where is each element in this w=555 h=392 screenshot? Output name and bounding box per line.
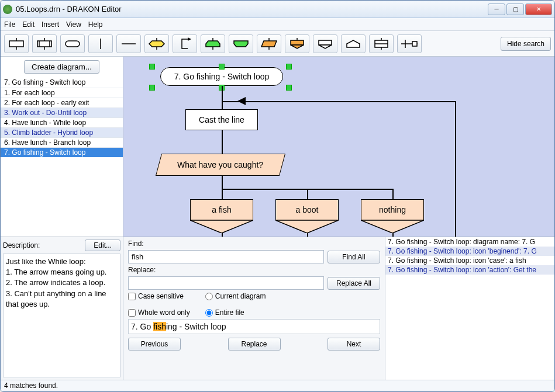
current-diagram-label: 7. Go fishing - Switch loop <box>1 77 123 88</box>
svg-rect-22 <box>291 40 304 45</box>
svg-marker-35 <box>237 97 246 105</box>
svg-marker-37 <box>275 220 339 233</box>
tool-action-icon[interactable] <box>4 34 29 53</box>
connector-line <box>222 101 456 102</box>
svg-marker-26 <box>319 45 332 48</box>
menu-file[interactable]: File <box>4 20 15 29</box>
tool-insertion-icon[interactable] <box>32 34 57 53</box>
close-button[interactable]: ✕ <box>525 4 552 15</box>
menu-insert[interactable]: Insert <box>42 20 59 29</box>
connector-line <box>222 233 223 237</box>
action-shape[interactable]: Cast the line <box>185 109 258 130</box>
selection-handle[interactable] <box>286 85 292 91</box>
svg-rect-25 <box>319 40 332 45</box>
result-item[interactable]: 7. Go fishing - Switch loop: diagram nam… <box>385 237 554 247</box>
arrowhead-icon <box>237 97 247 105</box>
svg-marker-19 <box>261 41 277 47</box>
entire-file-radio[interactable]: Entire file <box>205 308 266 317</box>
maximize-button[interactable]: ▢ <box>506 4 524 15</box>
svg-rect-34 <box>412 41 417 46</box>
edit-description-button[interactable]: Edit... <box>85 240 120 251</box>
replace-all-button[interactable]: Replace All <box>328 277 380 290</box>
svg-marker-23 <box>291 45 304 48</box>
canvas[interactable]: 7. Go fishing - Switch loop Cast the lin… <box>123 57 554 237</box>
connector-line <box>455 101 456 237</box>
case-shape[interactable]: a boot <box>275 199 339 233</box>
previous-button[interactable]: Previous <box>128 338 181 351</box>
diagram-list[interactable]: 1. For each loop 2. For each loop - earl… <box>1 88 123 237</box>
list-item[interactable]: 3. Work out - Do-Until loop <box>1 107 123 117</box>
selection-handle[interactable] <box>149 64 155 70</box>
main-row: Create diagram... 7. Go fishing - Switch… <box>1 57 554 237</box>
menu-view[interactable]: View <box>66 20 81 29</box>
case-sensitive-checkbox[interactable]: Case sensitive <box>128 292 190 300</box>
svg-marker-38 <box>361 220 424 233</box>
select-shape[interactable]: What have you caught? <box>156 154 285 176</box>
connector-line <box>307 189 308 199</box>
svg-marker-27 <box>347 40 360 47</box>
find-input[interactable] <box>128 250 324 263</box>
connector-line <box>392 233 394 237</box>
hide-search-button[interactable]: Hide search <box>501 37 551 51</box>
svg-rect-8 <box>66 41 80 47</box>
next-button[interactable]: Next <box>328 338 380 351</box>
tool-loopend-icon[interactable] <box>229 34 253 53</box>
result-item[interactable]: 7. Go fishing - Switch loop: icon 'begin… <box>385 247 554 256</box>
tool-if-icon[interactable] <box>144 34 169 53</box>
connector-line <box>392 189 394 199</box>
find-all-button[interactable]: Find All <box>328 251 380 263</box>
tool-case-icon[interactable] <box>285 34 309 53</box>
selection-handle[interactable] <box>219 64 225 70</box>
tool-connector-icon[interactable] <box>397 34 422 53</box>
description-text: Just like the While loop: 1. The arrow m… <box>3 254 120 377</box>
svg-marker-15 <box>206 41 220 47</box>
tool-vertical-icon[interactable] <box>88 34 113 53</box>
case-shape[interactable]: a fish <box>190 199 253 233</box>
list-item[interactable]: 2. For each loop - early exit <box>1 98 123 107</box>
app-window: 05.Loops.drn - DRAKON Editor ─ ▢ ✕ File … <box>0 0 555 392</box>
app-icon <box>3 5 12 14</box>
case-shape[interactable]: nothing <box>361 199 424 233</box>
selection-handle[interactable] <box>286 64 292 70</box>
minimize-button[interactable]: ─ <box>488 4 505 15</box>
statusbar: 4 matches found. <box>1 380 554 391</box>
selection-handle[interactable] <box>149 85 155 91</box>
titlebar: 05.Loops.drn - DRAKON Editor ─ ▢ ✕ <box>1 1 554 18</box>
tool-beginend-icon[interactable] <box>60 34 85 53</box>
beginend-shape[interactable]: 7. Go fishing - Switch loop <box>160 67 283 86</box>
svg-marker-14 <box>188 37 191 41</box>
tool-branch-icon[interactable] <box>313 34 337 53</box>
bottom-panel: Description: Edit... Just like the While… <box>1 237 554 380</box>
find-label: Find: <box>128 240 380 248</box>
connector-line <box>307 233 308 237</box>
connector-line <box>222 176 223 199</box>
tool-loopstart-icon[interactable] <box>201 34 225 53</box>
create-diagram-button[interactable]: Create diagram... <box>24 60 99 74</box>
tool-arrow-icon[interactable] <box>173 34 197 53</box>
tool-shelf-icon[interactable] <box>369 34 394 53</box>
list-item[interactable]: 5. Climb ladder - Hybrid loop <box>1 127 123 137</box>
menu-help[interactable]: Help <box>88 20 103 29</box>
description-panel: Description: Edit... Just like the While… <box>1 237 123 380</box>
replace-input[interactable] <box>128 276 324 290</box>
tool-select-icon[interactable] <box>257 34 281 53</box>
replace-label: Replace: <box>128 266 380 274</box>
list-item[interactable]: 7. Go fishing - Switch loop <box>1 147 123 157</box>
whole-word-checkbox[interactable]: Whole word only <box>128 308 190 317</box>
description-label: Description: <box>3 241 40 249</box>
menubar: File Edit Insert View Help <box>1 18 554 31</box>
current-diagram-radio[interactable]: Current diagram <box>205 292 266 300</box>
toolbar: Hide search <box>1 31 554 57</box>
result-item[interactable]: 7. Go fishing - Switch loop: icon 'actio… <box>385 265 554 275</box>
svg-marker-18 <box>234 41 248 47</box>
search-results[interactable]: 7. Go fishing - Switch loop: diagram nam… <box>385 237 554 380</box>
tool-horizontal-icon[interactable] <box>116 34 141 53</box>
menu-edit[interactable]: Edit <box>22 20 35 29</box>
replace-button[interactable]: Replace <box>228 338 281 351</box>
list-item[interactable]: 6. Have lunch - Branch loop <box>1 137 123 147</box>
svg-marker-36 <box>190 220 253 233</box>
result-item[interactable]: 7. Go fishing - Switch loop: icon 'case'… <box>385 256 554 265</box>
list-item[interactable]: 1. For each loop <box>1 88 123 98</box>
list-item[interactable]: 4. Have lunch - While loop <box>1 117 123 127</box>
tool-address-icon[interactable] <box>341 34 366 53</box>
